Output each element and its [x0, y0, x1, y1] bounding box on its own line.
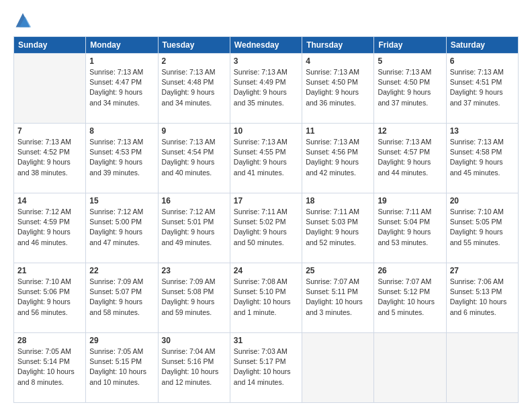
calendar-cell: 15Sunrise: 7:12 AMSunset: 5:00 PMDayligh…: [86, 193, 158, 263]
day-info-line: Daylight: 9 hours: [89, 157, 154, 167]
calendar-cell: 6Sunrise: 7:13 AMSunset: 4:51 PMDaylight…: [446, 54, 518, 124]
calendar-cell: [302, 333, 374, 403]
day-number: 11: [306, 126, 370, 136]
day-info-line: Sunrise: 7:08 AM: [234, 277, 298, 287]
day-info-line: and 3 minutes.: [306, 308, 370, 318]
day-info-line: and 59 minutes.: [162, 308, 226, 318]
day-info-line: Sunrise: 7:07 AM: [306, 277, 370, 287]
day-info-line: Daylight: 9 hours: [450, 157, 515, 167]
day-info-line: Sunrise: 7:13 AM: [162, 67, 226, 77]
calendar-cell: 27Sunrise: 7:06 AMSunset: 5:13 PMDayligh…: [446, 263, 518, 333]
day-info: Sunrise: 7:13 AMSunset: 4:51 PMDaylight:…: [450, 67, 515, 108]
day-info: Sunrise: 7:13 AMSunset: 4:52 PMDaylight:…: [17, 137, 82, 178]
day-info-line: Sunset: 5:01 PM: [162, 217, 226, 227]
day-info: Sunrise: 7:13 AMSunset: 4:48 PMDaylight:…: [162, 67, 226, 108]
day-info: Sunrise: 7:11 AMSunset: 5:03 PMDaylight:…: [306, 207, 370, 248]
weekday-header-monday: Monday: [86, 37, 158, 54]
day-info-line: Daylight: 9 hours: [306, 157, 370, 167]
day-info-line: Daylight: 9 hours: [89, 87, 154, 97]
day-info: Sunrise: 7:13 AMSunset: 4:53 PMDaylight:…: [89, 137, 154, 178]
day-info-line: Daylight: 10 hours: [162, 367, 226, 377]
day-info-line: Sunset: 5:15 PM: [89, 357, 154, 367]
day-info-line: Sunrise: 7:13 AM: [450, 67, 515, 77]
day-number: 31: [234, 336, 298, 345]
day-info-line: Daylight: 9 hours: [234, 157, 298, 167]
calendar-cell: 20Sunrise: 7:10 AMSunset: 5:05 PMDayligh…: [446, 193, 518, 263]
calendar-cell: 14Sunrise: 7:12 AMSunset: 4:59 PMDayligh…: [14, 193, 86, 263]
day-number: 2: [162, 56, 226, 66]
day-info-line: and 49 minutes.: [162, 238, 226, 248]
calendar-cell: [374, 333, 446, 403]
weekday-header-row: SundayMondayTuesdayWednesdayThursdayFrid…: [14, 37, 519, 54]
day-number: 17: [234, 196, 298, 205]
day-info: Sunrise: 7:13 AMSunset: 4:50 PMDaylight:…: [306, 67, 370, 108]
calendar-cell: 10Sunrise: 7:13 AMSunset: 4:55 PMDayligh…: [230, 124, 302, 193]
day-info-line: Sunset: 5:06 PM: [17, 287, 82, 297]
calendar-cell: 18Sunrise: 7:11 AMSunset: 5:03 PMDayligh…: [302, 193, 374, 263]
calendar-cell: 24Sunrise: 7:08 AMSunset: 5:10 PMDayligh…: [230, 263, 302, 333]
day-number: 26: [378, 266, 442, 275]
day-info: Sunrise: 7:13 AMSunset: 4:47 PMDaylight:…: [89, 67, 154, 108]
day-info-line: Sunset: 4:51 PM: [450, 77, 515, 87]
day-info: Sunrise: 7:11 AMSunset: 5:04 PMDaylight:…: [378, 207, 442, 248]
day-number: 16: [162, 196, 226, 205]
day-info: Sunrise: 7:12 AMSunset: 4:59 PMDaylight:…: [17, 207, 82, 248]
day-info-line: Sunset: 4:58 PM: [450, 147, 515, 157]
day-info-line: Sunrise: 7:13 AM: [306, 137, 370, 147]
day-info-line: Sunset: 5:10 PM: [234, 287, 298, 297]
day-info-line: Sunrise: 7:13 AM: [450, 137, 515, 147]
day-info: Sunrise: 7:10 AMSunset: 5:05 PMDaylight:…: [450, 207, 515, 248]
day-number: 27: [450, 266, 515, 275]
day-info-line: Sunrise: 7:12 AM: [17, 207, 82, 217]
day-info-line: and 41 minutes.: [234, 168, 298, 178]
calendar-cell: 31Sunrise: 7:03 AMSunset: 5:17 PMDayligh…: [230, 333, 302, 403]
day-info-line: Sunset: 5:13 PM: [450, 287, 515, 297]
day-info-line: Sunrise: 7:09 AM: [89, 277, 154, 287]
day-number: 15: [89, 196, 154, 205]
calendar-cell: 5Sunrise: 7:13 AMSunset: 4:50 PMDaylight…: [374, 54, 446, 124]
day-info-line: Sunset: 5:14 PM: [17, 357, 82, 367]
day-info-line: Sunrise: 7:07 AM: [378, 277, 442, 287]
day-info-line: and 37 minutes.: [378, 98, 442, 108]
weekday-header-thursday: Thursday: [302, 37, 374, 54]
day-info-line: Daylight: 10 hours: [89, 367, 154, 377]
calendar-cell: 13Sunrise: 7:13 AMSunset: 4:58 PMDayligh…: [446, 124, 518, 193]
calendar-cell: 11Sunrise: 7:13 AMSunset: 4:56 PMDayligh…: [302, 124, 374, 193]
day-number: 14: [17, 196, 82, 205]
day-number: 9: [162, 126, 226, 136]
day-info: Sunrise: 7:05 AMSunset: 5:15 PMDaylight:…: [89, 347, 154, 387]
day-info-line: Sunrise: 7:12 AM: [162, 207, 226, 217]
day-info-line: and 50 minutes.: [234, 238, 298, 248]
day-info-line: Daylight: 9 hours: [17, 297, 82, 307]
day-number: 7: [17, 126, 82, 136]
day-info: Sunrise: 7:04 AMSunset: 5:16 PMDaylight:…: [162, 347, 226, 387]
day-info-line: Sunrise: 7:11 AM: [378, 207, 442, 217]
day-info-line: and 45 minutes.: [450, 168, 515, 178]
day-info: Sunrise: 7:13 AMSunset: 4:54 PMDaylight:…: [162, 137, 226, 178]
day-number: 8: [89, 126, 154, 136]
calendar-week-1: 1Sunrise: 7:13 AMSunset: 4:47 PMDaylight…: [14, 54, 519, 124]
day-number: 5: [378, 56, 442, 66]
day-number: 13: [450, 126, 515, 136]
day-info-line: Sunrise: 7:13 AM: [234, 67, 298, 77]
day-info-line: Sunrise: 7:13 AM: [234, 137, 298, 147]
day-info-line: and 35 minutes.: [234, 98, 298, 108]
day-info-line: and 58 minutes.: [89, 308, 154, 318]
day-number: 18: [306, 196, 370, 205]
weekday-header-sunday: Sunday: [14, 37, 86, 54]
day-info-line: Daylight: 9 hours: [306, 227, 370, 237]
day-number: 29: [89, 336, 154, 345]
day-info: Sunrise: 7:13 AMSunset: 4:55 PMDaylight:…: [234, 137, 298, 178]
day-info: Sunrise: 7:09 AMSunset: 5:07 PMDaylight:…: [89, 277, 154, 318]
day-info: Sunrise: 7:12 AMSunset: 5:00 PMDaylight:…: [89, 207, 154, 248]
day-info-line: Sunrise: 7:10 AM: [17, 277, 82, 287]
day-number: 12: [378, 126, 442, 136]
day-info-line: Daylight: 9 hours: [378, 87, 442, 97]
day-info-line: Sunset: 4:53 PM: [89, 147, 154, 157]
day-info: Sunrise: 7:13 AMSunset: 4:49 PMDaylight:…: [234, 67, 298, 108]
day-info-line: Daylight: 10 hours: [234, 297, 298, 307]
day-info-line: Sunset: 4:48 PM: [162, 77, 226, 87]
day-info-line: Sunset: 4:57 PM: [378, 147, 442, 157]
day-info-line: Daylight: 9 hours: [306, 87, 370, 97]
day-info-line: Sunset: 5:16 PM: [162, 357, 226, 367]
